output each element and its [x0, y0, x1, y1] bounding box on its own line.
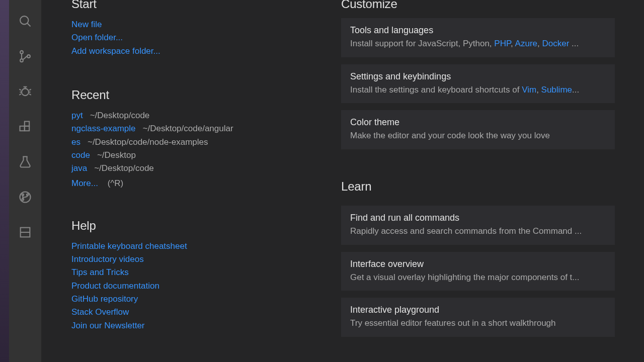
learn-card[interactable]: Interactive playgroundTry essential edit…	[341, 298, 615, 337]
card-desc: Install the settings and keyboard shortc…	[350, 84, 606, 97]
recent-item-path: ~/Desktop/code/angular	[143, 124, 233, 133]
beaker-icon[interactable]	[9, 146, 41, 178]
svg-rect-6	[20, 126, 25, 131]
recent-item: code~/Desktop	[71, 149, 323, 162]
recent-more-shortcut: (^R)	[108, 178, 124, 188]
learn-card[interactable]: Interface overviewGet a visual overlay h…	[341, 252, 615, 291]
help-link[interactable]: GitHub repository	[71, 293, 323, 306]
card-desc-link[interactable]: PHP	[494, 39, 511, 48]
help-link[interactable]: Stack Overflow	[71, 306, 323, 319]
svg-point-10	[22, 194, 24, 196]
customize-section: Customize Tools and languagesInstall sup…	[341, 0, 615, 149]
svg-rect-7	[25, 122, 29, 126]
recent-item-path: ~/Desktop/code	[90, 111, 150, 120]
help-link[interactable]: Tips and Tricks	[71, 266, 323, 279]
card-title: Tools and languages	[350, 25, 606, 36]
debug-icon[interactable]	[9, 75, 41, 108]
recent-item-path: ~/Desktop/code/node-examples	[88, 137, 208, 147]
start-link[interactable]: New file	[71, 18, 323, 31]
svg-point-0	[20, 16, 28, 24]
card-title: Settings and keybindings	[350, 71, 606, 82]
card-desc-link[interactable]: Azure	[515, 39, 537, 48]
svg-point-5	[22, 88, 29, 96]
start-link[interactable]: Add workspace folder...	[71, 45, 323, 58]
help-link[interactable]: Printable keyboard cheatsheet	[71, 240, 323, 253]
recent-item-link[interactable]: java	[71, 163, 87, 173]
svg-point-12	[27, 194, 29, 196]
help-link[interactable]: Introductory videos	[71, 253, 323, 266]
recent-item: es~/Desktop/code/node-examples	[71, 136, 323, 149]
recent-item: ngclass-example~/Desktop/code/angular	[71, 122, 323, 135]
svg-point-11	[22, 199, 24, 201]
source-control-icon[interactable]	[9, 40, 41, 72]
start-link[interactable]: Open folder...	[71, 31, 323, 44]
recent-item-path: ~/Desktop	[97, 150, 136, 160]
recent-section: Recent pyt~/Desktop/codengclass-example~…	[71, 88, 323, 189]
extensions-icon[interactable]	[9, 111, 41, 143]
customize-card[interactable]: Settings and keybindingsInstall the sett…	[341, 64, 615, 104]
card-desc: Try essential editor features out in a s…	[350, 317, 606, 330]
customize-heading: Customize	[341, 0, 615, 11]
svg-point-4	[27, 55, 30, 58]
activity-bar	[9, 0, 41, 362]
start-section: Start New fileOpen folder...Add workspac…	[71, 0, 323, 58]
help-section: Help Printable keyboard cheatsheetIntrod…	[71, 219, 323, 332]
learn-section: Learn Find and run all commandsRapidly a…	[341, 179, 615, 337]
help-link[interactable]: Join our Newsletter	[71, 319, 323, 332]
recent-item: pyt~/Desktop/code	[71, 109, 323, 122]
card-desc: Make the editor and your code look the w…	[350, 130, 606, 142]
card-title: Find and run all commands	[350, 213, 606, 223]
svg-line-1	[27, 23, 30, 26]
svg-rect-8	[25, 126, 29, 131]
git-branch-icon[interactable]	[9, 181, 41, 213]
svg-point-3	[20, 59, 23, 62]
learn-heading: Learn	[341, 179, 615, 194]
recent-item-path: ~/Desktop/code	[94, 163, 154, 173]
panel-icon[interactable]	[9, 216, 41, 248]
desktop-strip	[0, 0, 9, 362]
card-desc-link[interactable]: Vim	[522, 85, 536, 95]
card-desc-link[interactable]: Docker	[542, 39, 569, 48]
recent-item-link[interactable]: es	[71, 137, 80, 147]
learn-card[interactable]: Find and run all commandsRapidly access …	[341, 206, 615, 245]
customize-card[interactable]: Color themeMake the editor and your code…	[341, 110, 615, 149]
card-desc-link[interactable]: Sublime	[541, 85, 572, 95]
recent-item-link[interactable]: code	[71, 150, 90, 160]
recent-item-link[interactable]: ngclass-example	[71, 124, 136, 133]
customize-card[interactable]: Tools and languagesInstall support for J…	[341, 18, 615, 57]
card-title: Interactive playground	[350, 305, 606, 315]
card-title: Color theme	[350, 117, 606, 128]
svg-point-2	[20, 51, 23, 54]
welcome-editor: Start New fileOpen folder...Add workspac…	[41, 0, 644, 362]
start-heading: Start	[71, 0, 323, 11]
help-heading: Help	[71, 219, 323, 233]
card-desc: Rapidly access and search commands from …	[350, 225, 606, 238]
recent-more-link[interactable]: More...	[71, 178, 98, 188]
card-desc: Install support for JavaScript, Python, …	[350, 38, 606, 50]
card-title: Interface overview	[350, 259, 606, 269]
help-link[interactable]: Product documentation	[71, 280, 323, 293]
recent-item-link[interactable]: pyt	[71, 111, 83, 120]
card-desc: Get a visual overlay highlighting the ma…	[350, 272, 606, 284]
recent-item: java~/Desktop/code	[71, 162, 323, 175]
search-icon[interactable]	[9, 5, 41, 37]
recent-heading: Recent	[71, 88, 323, 102]
